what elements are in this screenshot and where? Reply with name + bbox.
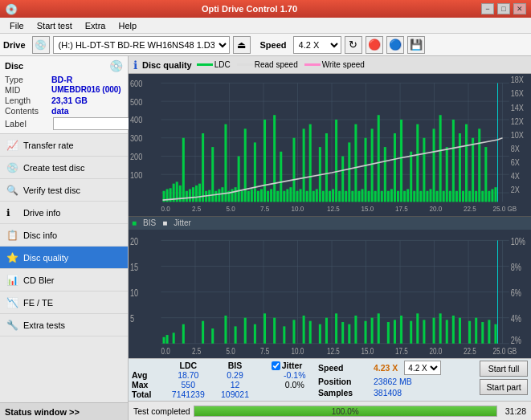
menu-file[interactable]: File <box>3 19 31 32</box>
svg-rect-107 <box>449 191 451 202</box>
svg-rect-57 <box>286 189 288 202</box>
svg-rect-87 <box>384 147 386 202</box>
svg-rect-50 <box>263 120 266 202</box>
position-value: 23862 MB <box>374 377 412 386</box>
svg-rect-48 <box>257 191 259 202</box>
svg-text:100: 100 <box>130 170 143 180</box>
svg-rect-72 <box>335 120 337 202</box>
svg-text:7.5: 7.5 <box>260 204 269 213</box>
svg-rect-61 <box>300 189 302 202</box>
svg-text:2%: 2% <box>511 334 522 345</box>
svg-rect-109 <box>455 191 458 202</box>
svg-rect-56 <box>283 191 285 202</box>
svg-rect-29 <box>195 186 198 202</box>
svg-rect-75 <box>345 191 347 202</box>
svg-text:0.0: 0.0 <box>161 346 170 356</box>
bis-text: BIS <box>143 218 156 227</box>
menu-extra[interactable]: Extra <box>79 19 112 32</box>
svg-rect-173 <box>244 317 247 343</box>
drive-select[interactable]: (H:) HL-DT-ST BD-RE WH16NS48 1.D3 <box>53 36 230 54</box>
svg-rect-41 <box>235 187 237 202</box>
svg-rect-165 <box>163 336 165 343</box>
stats-left-table: LDC BIS Jitter <box>132 361 318 399</box>
svg-rect-117 <box>481 191 484 202</box>
disc-label-input[interactable] <box>53 117 129 130</box>
svg-rect-200 <box>459 317 461 343</box>
svg-rect-167 <box>173 332 175 343</box>
create-test-disc-icon: 💿 <box>6 162 19 173</box>
disc-panel: Disc 💿 Type BD-R MID UMEBDR016 (000) Len… <box>0 56 128 134</box>
sidebar-item-disc-quality[interactable]: ⭐ Disc quality <box>0 247 128 269</box>
svg-rect-52 <box>270 189 272 202</box>
svg-text:8%: 8% <box>511 261 522 272</box>
stats-area: LDC BIS Jitter <box>129 358 531 401</box>
sidebar-item-drive-info[interactable]: ℹ Drive info <box>0 202 128 224</box>
legend-read-speed-label: Read speed <box>255 60 298 69</box>
svg-rect-26 <box>186 191 188 202</box>
svg-text:4%: 4% <box>511 312 522 324</box>
sidebar: Disc 💿 Type BD-R MID UMEBDR016 (000) Len… <box>0 56 129 420</box>
legend-read-speed-color <box>237 63 253 66</box>
svg-text:20.0: 20.0 <box>429 346 442 356</box>
chart1-svg: 600 500 400 300 200 100 18X 16X 14X 12X … <box>129 74 531 216</box>
drive-bar: Drive 💿 (H:) HL-DT-ST BD-RE WH16NS48 1.D… <box>0 34 531 56</box>
svg-text:0.0: 0.0 <box>161 204 170 213</box>
svg-text:600: 600 <box>130 79 143 88</box>
svg-rect-55 <box>280 152 282 202</box>
sidebar-item-transfer-rate[interactable]: 📈 Transfer rate <box>0 134 128 157</box>
svg-text:12X: 12X <box>511 116 525 126</box>
sidebar-item-cd-bler[interactable]: 📊 CD Bler <box>0 269 128 292</box>
menu-start-test[interactable]: Start test <box>31 19 79 32</box>
sidebar-item-verify-test-disc[interactable]: 🔍 Verify test disc <box>0 179 128 202</box>
sidebar-item-disc-info[interactable]: 📋 Disc info <box>0 224 128 247</box>
refresh-button[interactable]: ↻ <box>345 36 362 54</box>
start-full-button[interactable]: Start full <box>480 361 528 377</box>
sidebar-item-extra-tests[interactable]: 🔧 Extra tests <box>0 314 128 336</box>
svg-rect-40 <box>231 189 234 202</box>
transfer-rate-icon: 📈 <box>6 140 19 151</box>
status-window-bar[interactable]: Status window >> <box>0 402 128 420</box>
svg-rect-174 <box>254 324 256 343</box>
sidebar-item-fe-te[interactable]: 📉 FE / TE <box>0 292 128 314</box>
save-button[interactable]: 💾 <box>407 36 425 54</box>
svg-text:2.5: 2.5 <box>192 204 201 213</box>
close-button[interactable]: ✕ <box>513 3 526 14</box>
svg-text:25.0 GB: 25.0 GB <box>492 204 517 213</box>
sidebar-label-drive-info: Drive info <box>23 208 60 218</box>
svg-rect-202 <box>475 317 477 343</box>
disc-contents-value: data <box>51 106 69 116</box>
svg-rect-176 <box>273 317 276 343</box>
svg-rect-34 <box>211 147 214 202</box>
jitter-checkbox[interactable] <box>272 361 280 370</box>
legend-ldc-color <box>197 63 213 66</box>
col-bis-header: BIS <box>214 361 256 370</box>
legend-read-speed: Read speed <box>237 60 298 69</box>
sidebar-item-create-test-disc[interactable]: 💿 Create test disc <box>0 157 128 179</box>
svg-rect-108 <box>452 120 455 202</box>
samples-value: 381408 <box>374 388 402 398</box>
app-icon: 💿 <box>5 3 18 15</box>
start-part-button[interactable]: Start part <box>480 379 528 395</box>
speed-select-drive[interactable]: 4.2 X <box>293 36 341 54</box>
legend-write-speed-color <box>304 63 321 66</box>
fe-te-icon: 📉 <box>6 297 19 308</box>
minimize-button[interactable]: − <box>481 3 494 14</box>
svg-rect-83 <box>371 128 374 202</box>
menu-help[interactable]: Help <box>112 19 143 32</box>
speed-stat-select[interactable]: 4.2 X <box>404 361 441 375</box>
settings-btn2[interactable]: 🔵 <box>386 36 404 54</box>
svg-rect-192 <box>400 316 402 344</box>
svg-text:5: 5 <box>130 312 134 324</box>
svg-rect-89 <box>390 189 393 202</box>
svg-rect-112 <box>465 124 468 202</box>
eject-button[interactable]: ⏏ <box>233 36 251 54</box>
svg-text:17.5: 17.5 <box>395 204 408 213</box>
svg-rect-101 <box>429 189 431 202</box>
drive-icon-btn[interactable]: 💿 <box>32 36 50 54</box>
settings-btn1[interactable]: 🔴 <box>366 36 383 54</box>
svg-rect-97 <box>416 124 419 202</box>
svg-rect-197 <box>439 313 442 343</box>
svg-rect-106 <box>446 147 448 202</box>
svg-rect-25 <box>182 138 185 202</box>
maximize-button[interactable]: □ <box>497 3 510 14</box>
